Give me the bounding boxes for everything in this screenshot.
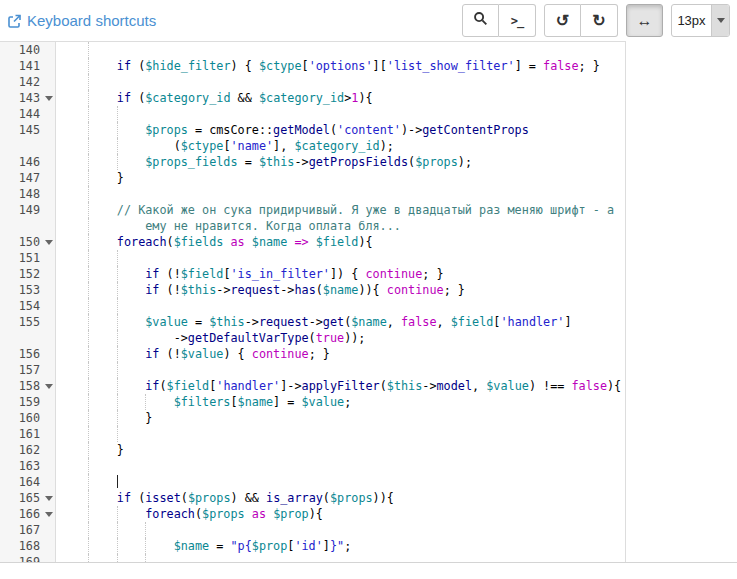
line-number[interactable]: 153	[0, 282, 56, 298]
code-text[interactable]: ($ctype['name'], $category_id);	[56, 138, 625, 154]
code-text[interactable]: if($field['handler']->applyFilter($this-…	[56, 378, 625, 394]
line-number[interactable]: 152	[0, 266, 56, 282]
code-line[interactable]: 140	[0, 42, 625, 58]
code-text[interactable]: $filters[$name] = $value;	[56, 394, 625, 410]
line-number[interactable]: 159	[0, 394, 56, 410]
code-text[interactable]: $value = $this->request->get($name, fals…	[56, 314, 625, 330]
code-text[interactable]: }	[56, 410, 625, 426]
code-line[interactable]: 160 }	[0, 410, 625, 426]
line-number[interactable]: 164	[0, 474, 56, 490]
line-number[interactable]: 154	[0, 298, 56, 314]
code-text[interactable]	[56, 458, 625, 474]
line-number[interactable]: 163	[0, 458, 56, 474]
code-text[interactable]	[56, 474, 625, 490]
code-text[interactable]: ему не нравится. Когда оплата бля...	[56, 218, 625, 234]
code-line[interactable]: 159 $filters[$name] = $value;	[0, 394, 625, 410]
code-line[interactable]: 152 if (!$field['is_in_filter']) { conti…	[0, 266, 625, 282]
code-line[interactable]: 158 if($field['handler']->applyFilter($t…	[0, 378, 625, 394]
code-line[interactable]: 149 // Какой же он сука придирчивый. Я у…	[0, 202, 625, 218]
code-text[interactable]: if ($category_id && $category_id>1){	[56, 90, 625, 106]
line-number[interactable]: 158	[0, 378, 56, 394]
line-number[interactable]	[0, 330, 56, 346]
code-line[interactable]: 146 $props_fields = $this->getPropsField…	[0, 154, 625, 170]
line-number[interactable]: 148	[0, 186, 56, 202]
line-number[interactable]	[0, 138, 56, 154]
code-text[interactable]	[56, 186, 625, 202]
code-line[interactable]: ($ctype['name'], $category_id);	[0, 138, 625, 154]
code-text[interactable]: }	[56, 442, 625, 458]
font-size-select[interactable]: 13px	[671, 4, 730, 37]
line-number[interactable]: 149	[0, 202, 56, 218]
line-number[interactable]: 161	[0, 426, 56, 442]
code-text[interactable]: if (!$field['is_in_filter']) { continue;…	[56, 266, 625, 282]
code-line[interactable]: 169	[0, 554, 625, 562]
code-line[interactable]: 162 }	[0, 442, 625, 458]
code-line[interactable]: 164	[0, 474, 625, 490]
line-number[interactable]: 150	[0, 234, 56, 250]
code-text[interactable]	[56, 298, 625, 314]
line-number[interactable]: 142	[0, 74, 56, 90]
code-text[interactable]	[56, 362, 625, 378]
code-line[interactable]: ->getDefaultVarType(true));	[0, 330, 625, 346]
code-text[interactable]: $name = "p{$prop['id']}";	[56, 538, 625, 554]
code-text[interactable]	[56, 106, 625, 122]
code-text[interactable]	[56, 42, 625, 58]
code-line[interactable]: 161	[0, 426, 625, 442]
line-number[interactable]: 169	[0, 554, 56, 562]
fold-arrow-icon[interactable]	[45, 96, 53, 101]
code-text[interactable]: if (isset($props) && is_array($props)){	[56, 490, 625, 506]
code-text[interactable]: if (!$this->request->has($name)){ contin…	[56, 282, 625, 298]
code-line[interactable]: 165 if (isset($props) && is_array($props…	[0, 490, 625, 506]
line-number[interactable]: 151	[0, 250, 56, 266]
code-line[interactable]: 168 $name = "p{$prop['id']}";	[0, 538, 625, 554]
fold-arrow-icon[interactable]	[45, 384, 53, 389]
code-line[interactable]: ему не нравится. Когда оплата бля...	[0, 218, 625, 234]
code-line[interactable]: 147 }	[0, 170, 625, 186]
code-text[interactable]: ->getDefaultVarType(true));	[56, 330, 625, 346]
code-line[interactable]: 141 if ($hide_filter) { $ctype['options'…	[0, 58, 625, 74]
code-line[interactable]: 167	[0, 522, 625, 538]
line-number[interactable]: 168	[0, 538, 56, 554]
code-text[interactable]	[56, 250, 625, 266]
keyboard-shortcuts-link[interactable]: Keyboard shortcuts	[7, 12, 156, 29]
code-line[interactable]: 156 if (!$value) { continue; }	[0, 346, 625, 362]
code-text[interactable]: $props = cmsCore::getModel('content')->g…	[56, 122, 625, 138]
code-editor[interactable]: 140141 if ($hide_filter) { $ctype['optio…	[0, 41, 626, 562]
line-number[interactable]: 146	[0, 154, 56, 170]
line-number[interactable]: 162	[0, 442, 56, 458]
code-line[interactable]: 148	[0, 186, 625, 202]
code-text[interactable]: }	[56, 170, 625, 186]
code-line[interactable]: 143 if ($category_id && $category_id>1){	[0, 90, 625, 106]
code-text[interactable]: foreach($fields as $name => $field){	[56, 234, 625, 250]
code-text[interactable]	[56, 554, 625, 562]
code-text[interactable]	[56, 522, 625, 538]
code-text[interactable]: foreach($props as $prop){	[56, 506, 625, 522]
code-line[interactable]: 155 $value = $this->request->get($name, …	[0, 314, 625, 330]
code-text[interactable]	[56, 74, 625, 90]
code-line[interactable]: 166 foreach($props as $prop){	[0, 506, 625, 522]
line-number[interactable]: 155	[0, 314, 56, 330]
search-button[interactable]	[462, 4, 499, 37]
line-number[interactable]: 167	[0, 522, 56, 538]
line-number[interactable]: 166	[0, 506, 56, 522]
code-text[interactable]: // Какой же он сука придирчивый. Я уже в…	[56, 202, 625, 218]
code-line[interactable]: 157	[0, 362, 625, 378]
code-line[interactable]: 145 $props = cmsCore::getModel('content'…	[0, 122, 625, 138]
fold-arrow-icon[interactable]	[45, 512, 53, 517]
code-line[interactable]: 150 foreach($fields as $name => $field){	[0, 234, 625, 250]
code-line[interactable]: 142	[0, 74, 625, 90]
code-line[interactable]: 151	[0, 250, 625, 266]
line-number[interactable]: 141	[0, 58, 56, 74]
line-number[interactable]: 145	[0, 122, 56, 138]
code-line[interactable]: 144	[0, 106, 625, 122]
line-number[interactable]: 140	[0, 42, 56, 58]
line-number[interactable]: 156	[0, 346, 56, 362]
redo-button[interactable]: ↻	[581, 4, 618, 37]
line-number[interactable]: 143	[0, 90, 56, 106]
terminal-button[interactable]: >_	[499, 4, 536, 37]
line-number[interactable]: 147	[0, 170, 56, 186]
undo-button[interactable]: ↺	[544, 4, 581, 37]
line-number[interactable]: 144	[0, 106, 56, 122]
full-width-toggle-button[interactable]: ↔	[626, 4, 663, 37]
code-line[interactable]: 153 if (!$this->request->has($name)){ co…	[0, 282, 625, 298]
